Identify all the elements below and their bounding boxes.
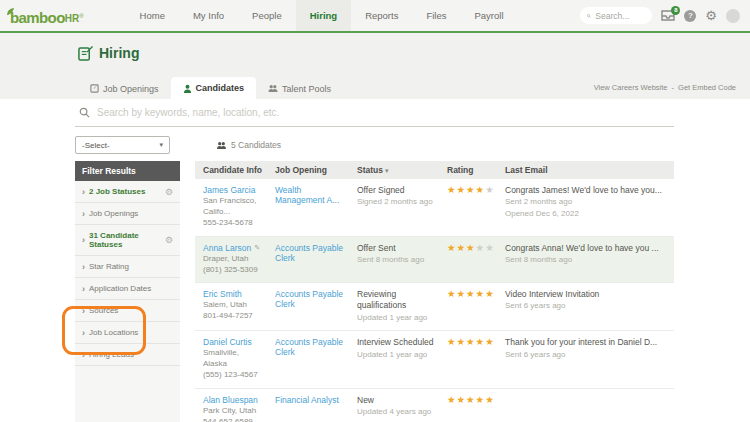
view-careers-website-link[interactable]: View Careers Website [594, 83, 668, 92]
filter-item-application-dates[interactable]: ›Application Dates [75, 278, 180, 300]
filter-item-sources[interactable]: ›Sources [75, 300, 180, 322]
global-search-input[interactable] [595, 11, 645, 21]
edit-icon[interactable]: ✎ [254, 244, 260, 252]
star-filled-icon: ★ [457, 336, 467, 347]
candidate-count-label: 5 Candidates [231, 140, 281, 150]
candidate-name-link[interactable]: Eric Smith [203, 289, 242, 299]
filter-item-job-locations[interactable]: ›Job Locations [75, 322, 180, 344]
candidate-search-bar[interactable] [75, 99, 674, 127]
star-rating[interactable]: ★★★★★ [447, 243, 493, 253]
chevron-down-icon: ▾ [159, 141, 163, 149]
nav-item-payroll[interactable]: Payroll [460, 0, 517, 31]
candidate-info-cell: Anna Larson✎Draper, Utah(801) 325-5309 [195, 243, 267, 275]
table-row[interactable]: Daniel CurtisSmallville, Alaska(555) 123… [195, 331, 674, 389]
settings-button[interactable]: ⚙ [705, 9, 717, 22]
filter-item-star-rating[interactable]: ›Star Rating [75, 256, 180, 278]
filter-item-hiring-leads[interactable]: ›Hiring Leads [75, 344, 180, 366]
nav-item-reports[interactable]: Reports [351, 0, 412, 31]
filter-gear-icon[interactable]: ⚙ [165, 236, 173, 244]
table-row[interactable]: Alan BluespanPark City, Utah544-652-6589… [195, 389, 674, 422]
people-icon [268, 84, 278, 93]
job-opening-link[interactable]: Accounts Payable Clerk [275, 337, 343, 357]
tab-candidates[interactable]: Candidates [171, 77, 257, 99]
job-opening-link[interactable]: Wealth Management A... [275, 185, 339, 205]
table-row[interactable]: Anna Larson✎Draper, Utah(801) 325-5309Ac… [195, 237, 674, 283]
last-email-cell: Thank you for your interest in Daniel D.… [497, 337, 674, 381]
status-subtext: Updated 1 year ago [357, 349, 435, 360]
candidate-phone: 801-494-7257 [203, 310, 263, 321]
status-subtext: Sent 8 months ago [357, 254, 435, 265]
email-meta: Sent 6 years ago [505, 300, 670, 311]
bulk-action-select[interactable]: -Select- ▾ [75, 136, 170, 154]
tab-talent-pools[interactable]: Talent Pools [256, 78, 343, 99]
nav-item-hiring[interactable]: Hiring [296, 0, 351, 31]
column-header-last-email[interactable]: Last Email [497, 165, 674, 175]
job-opening-link[interactable]: Accounts Payable Clerk [275, 289, 343, 309]
column-header-rating[interactable]: Rating [439, 165, 497, 175]
filter-item-31-candidate-statuses[interactable]: ›31 Candidate Statuses⚙ [75, 225, 180, 256]
link-separator: - [672, 83, 675, 92]
help-button[interactable]: ? [684, 10, 696, 22]
column-header-candidate-info[interactable]: Candidate Info [195, 165, 267, 175]
email-meta: Sent 2 months ago [505, 196, 670, 207]
candidate-name-link[interactable]: Daniel Curtis [203, 337, 252, 347]
nav-item-people[interactable]: People [238, 0, 296, 31]
star-filled-icon: ★ [447, 394, 457, 405]
star-rating[interactable]: ★★★★★ [447, 337, 493, 347]
user-avatar[interactable] [726, 9, 740, 23]
candidate-name-link[interactable]: James Garcia [203, 185, 255, 195]
job-opening-cell: Accounts Payable Clerk [267, 337, 349, 381]
filter-item-2-job-statuses[interactable]: ›2 Job Statuses⚙ [75, 181, 180, 203]
star-filled-icon: ★ [447, 242, 457, 253]
bamboohr-logo[interactable]: bambooHR® [8, 7, 84, 25]
search-icon [587, 12, 591, 20]
candidate-name-link[interactable]: Alan Bluespan [203, 395, 258, 405]
candidate-search-input[interactable] [97, 107, 674, 118]
global-search[interactable] [580, 7, 652, 24]
status-cell: Reviewing qualificationsUpdated 1 year a… [349, 289, 439, 323]
nav-item-files[interactable]: Files [412, 0, 460, 31]
job-opening-link[interactable]: Financial Analyst [275, 395, 339, 405]
nav-item-my-info[interactable]: My Info [179, 0, 238, 31]
tab-job-openings[interactable]: Job Openings [78, 78, 171, 99]
tab-label: Job Openings [103, 84, 159, 94]
candidate-location: San Francisco, Califo... [203, 195, 263, 217]
candidate-count: 5 Candidates [216, 140, 281, 150]
inbox-button[interactable]: 8 [661, 10, 675, 21]
chevron-right-icon: › [82, 210, 85, 218]
candidate-info-cell: Eric SmithSalem, Utah801-494-7257 [195, 289, 267, 323]
nav-item-home[interactable]: Home [126, 0, 179, 31]
filter-gear-icon[interactable]: ⚙ [165, 188, 173, 196]
filter-item-label: 2 Job Statuses [89, 187, 145, 196]
rating-cell: ★★★★★ [439, 337, 497, 381]
get-embed-code-link[interactable]: Get Embed Code [678, 83, 736, 92]
star-rating[interactable]: ★★★★★ [447, 395, 493, 405]
email-meta: Sent 8 months ago [505, 254, 670, 265]
column-header-status[interactable]: Status▾ [349, 165, 439, 175]
job-opening-link[interactable]: Accounts Payable Clerk [275, 243, 343, 263]
star-rating[interactable]: ★★★★★ [447, 289, 493, 299]
star-rating[interactable]: ★★★★★ [447, 185, 493, 195]
search-icon [79, 107, 90, 118]
filter-item-job-openings[interactable]: ›Job Openings [75, 203, 180, 225]
candidate-phone: (801) 325-5309 [203, 264, 263, 275]
candidate-name-link[interactable]: Anna Larson [203, 243, 251, 253]
filter-item-label: Hiring Leads [89, 350, 134, 359]
star-filled-icon: ★ [466, 336, 476, 347]
filter-item-label: Star Rating [89, 262, 129, 271]
star-filled-icon: ★ [447, 288, 457, 299]
email-meta: Sent 6 years ago [505, 349, 670, 360]
job-opening-cell: Accounts Payable Clerk [267, 289, 349, 323]
filter-item-label: Job Locations [89, 328, 138, 337]
table-row[interactable]: James GarciaSan Francisco, Califo...555-… [195, 179, 674, 237]
star-filled-icon: ★ [476, 288, 486, 299]
help-icon: ? [688, 11, 693, 20]
chevron-right-icon: › [82, 351, 85, 359]
column-header-job-opening[interactable]: Job Opening [267, 165, 349, 175]
star-filled-icon: ★ [447, 184, 457, 195]
people-icon [216, 141, 227, 150]
candidate-location: Draper, Utah [203, 253, 263, 264]
candidate-info-cell: James GarciaSan Francisco, Califo...555-… [195, 185, 267, 229]
status-subtext: Updated 1 year ago [357, 312, 435, 323]
table-row[interactable]: Eric SmithSalem, Utah801-494-7257Account… [195, 283, 674, 331]
